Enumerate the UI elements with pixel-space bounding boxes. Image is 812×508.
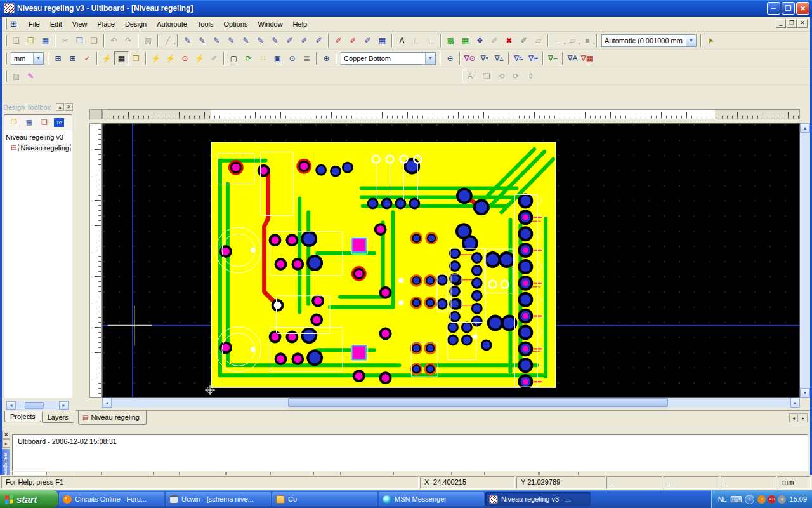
unit-combo[interactable]: mm▼	[11, 52, 44, 65]
canvas-vscrollbar[interactable]: ▴ ▾	[800, 123, 810, 398]
drc-check-button[interactable]: ✓	[80, 51, 95, 65]
rotate-cw-button[interactable]: ⟳	[509, 69, 523, 83]
start-button[interactable]: start	[0, 490, 58, 508]
copy-button[interactable]: ❐	[72, 34, 87, 48]
filter-smt-button[interactable]: ∇≈	[511, 51, 526, 65]
open-file-button[interactable]: ❒	[23, 34, 38, 48]
place-grid-text-button[interactable]: ▦	[375, 34, 390, 48]
ratsnest-button[interactable]: ⊙	[178, 51, 192, 65]
place-line-button[interactable]: ✎	[180, 34, 195, 48]
place-text-button[interactable]: A	[395, 34, 409, 48]
scroll-down-icon[interactable]: ▾	[800, 388, 810, 398]
restore-button[interactable]: ❐	[782, 2, 795, 15]
toolbox-add-button[interactable]: ⊞	[65, 51, 80, 65]
unit-combo-dropdown-icon[interactable]: ▼	[33, 53, 43, 64]
scroll-up-icon[interactable]: ▴	[800, 123, 810, 133]
language-indicator[interactable]: NL	[718, 495, 727, 503]
mdi-close-button[interactable]: ✕	[797, 19, 808, 28]
refresh-button[interactable]: ⟳	[241, 51, 256, 65]
scroll-left-icon[interactable]: ◂	[6, 401, 16, 410]
taskbar-task[interactable]: Circuits Online - Foru...	[59, 492, 164, 506]
scroll-thumb[interactable]	[25, 402, 44, 409]
scheduler-icon[interactable]: ◔	[757, 495, 766, 504]
scroll-thumb[interactable]	[288, 398, 668, 407]
menu-design[interactable]: Design	[120, 18, 152, 30]
transparency-button[interactable]: ▨	[141, 34, 155, 48]
menu-view[interactable]: View	[67, 18, 93, 30]
measure-1-button[interactable]: ∟	[409, 34, 424, 48]
filter-text-button[interactable]: ∇A	[565, 51, 580, 65]
spreadsheet-close-button[interactable]: ✕	[2, 431, 10, 439]
taskbar-task[interactable]: Niveau regeling v3 - ...	[485, 492, 591, 506]
ati-icon[interactable]: ATI	[768, 495, 776, 504]
toolbox-rollup-button[interactable]: ▴	[56, 103, 64, 111]
line-style-button[interactable]: ╱▾	[160, 34, 175, 48]
tab-scroll-right-icon[interactable]: ▸	[799, 413, 808, 422]
spreadsheet-toggle-button[interactable]: ▦	[114, 51, 129, 65]
place-keepout-button[interactable]: ✐	[346, 34, 360, 48]
new-note-button[interactable]: ❏	[39, 117, 50, 128]
toolbox-toggle-button[interactable]: ⊞	[51, 51, 65, 65]
copper-area-button[interactable]: ▩	[443, 34, 458, 48]
pattern-drop-button[interactable]: ▱▾	[565, 34, 580, 48]
menu-options[interactable]: Options	[219, 18, 253, 30]
render-mode-button[interactable]: ▧	[9, 69, 23, 83]
place-circle-button[interactable]: ✎	[224, 34, 239, 48]
autoplace-button[interactable]: ⚡	[100, 51, 114, 65]
zoom-in-button[interactable]: ⊕	[319, 51, 334, 65]
marquee-button[interactable]: ▢	[226, 51, 241, 65]
toolbox-tab-projects[interactable]: Projects	[4, 411, 41, 422]
route-disabled-button[interactable]: ✐	[207, 51, 221, 65]
zap-button[interactable]: ⚡	[192, 51, 207, 65]
place-polyline-button[interactable]: ✎	[195, 34, 209, 48]
paste-button[interactable]: ❏	[87, 34, 102, 48]
cut-button[interactable]: ✂	[58, 34, 72, 48]
menu-autoroute[interactable]: Autoroute	[152, 18, 192, 30]
net-bridge-button[interactable]: ❖	[473, 34, 487, 48]
place-follow-button[interactable]: ✐	[311, 34, 326, 48]
preview-button[interactable]: ▣	[270, 51, 285, 65]
place-bezier-button[interactable]: ✎	[253, 34, 268, 48]
zoom-window-button[interactable]: ⊙	[285, 51, 299, 65]
shape-tool-button[interactable]: ▱	[531, 34, 546, 48]
filter-via-button[interactable]: ∇⊙	[462, 51, 477, 65]
eraser-button[interactable]: ✐	[516, 34, 531, 48]
snap-combo-dropdown-icon[interactable]: ▼	[686, 35, 696, 46]
measure-2-button[interactable]: ∟	[424, 34, 438, 48]
filter-tht-button[interactable]: ∇≡	[526, 51, 540, 65]
powerplane-button[interactable]: ▦	[458, 34, 473, 48]
mdi-restore-button[interactable]: ❐	[787, 19, 797, 28]
autoroute-start-button[interactable]: ⚡	[148, 51, 163, 65]
menu-edit[interactable]: Edit	[45, 18, 67, 30]
tree-item[interactable]: ▤Niveau regeling	[4, 142, 72, 153]
zoom-out-button[interactable]: ⊖	[443, 51, 457, 65]
taskbar-task[interactable]: MSN Messenger	[379, 492, 484, 506]
place-arc-button[interactable]: ✎	[239, 34, 253, 48]
pcb-canvas[interactable]	[102, 123, 800, 398]
highlight-mode-button[interactable]: ✎	[23, 69, 38, 83]
color-drop-button[interactable]: ■▾	[580, 34, 594, 48]
menu-tools[interactable]: Tools	[192, 18, 219, 30]
text-editor-button[interactable]: Te	[54, 118, 64, 127]
scroll-left-icon[interactable]: ◂	[102, 398, 112, 408]
autoroute-stop-button[interactable]: ⚡	[163, 51, 178, 65]
text-inc-button[interactable]: A+	[465, 69, 480, 83]
place-via-button[interactable]: ✐	[331, 34, 346, 48]
delete-button[interactable]: ✖	[502, 34, 516, 48]
zoom-sheet-button[interactable]: ≣	[299, 51, 314, 65]
width-drop-button[interactable]: ─▾	[551, 34, 565, 48]
cursor-tool-button[interactable]: ➤	[704, 34, 718, 48]
menu-file[interactable]: File	[23, 18, 45, 30]
place-trace-button[interactable]: ✐	[282, 34, 297, 48]
redo-button[interactable]: ↷	[121, 34, 136, 48]
open-design-button[interactable]: ❒	[8, 117, 20, 128]
filter-all-button[interactable]: ∇▦	[580, 51, 594, 65]
place-net-button[interactable]: ✐	[360, 34, 375, 48]
flip-vertical-button[interactable]: ⇕	[523, 69, 538, 83]
pen-gray-button[interactable]: ✐	[487, 34, 502, 48]
layer-combo[interactable]: Copper Bottom▼	[341, 52, 436, 65]
save-file-button[interactable]: ▦	[38, 34, 53, 48]
close-button[interactable]: ✕	[796, 2, 809, 15]
menu-help[interactable]: Help	[288, 18, 313, 30]
toolbox-close-button[interactable]: ✕	[65, 103, 73, 111]
